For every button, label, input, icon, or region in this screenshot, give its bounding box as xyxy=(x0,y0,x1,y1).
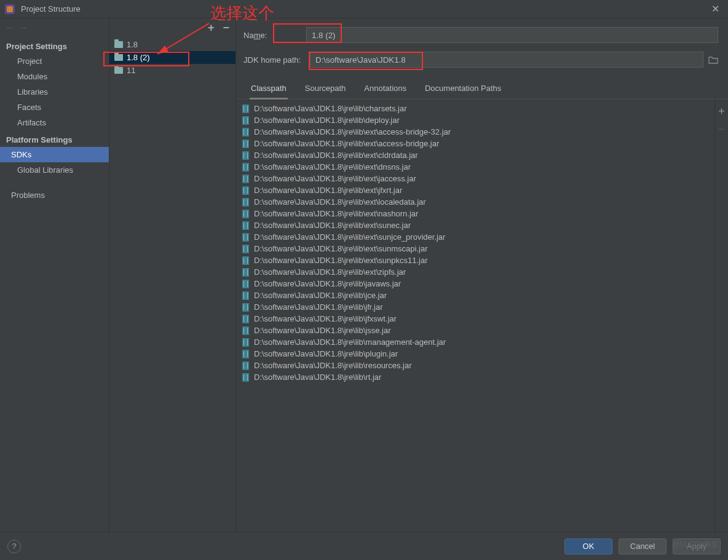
classpath-entry-path: D:\software\Java\JDK1.8\jre\lib\jce.jar xyxy=(254,291,387,300)
app-icon xyxy=(5,4,15,14)
classpath-entry[interactable]: D:\software\Java\JDK1.8\jre\lib\jfr.jar xyxy=(236,301,714,313)
classpath-entry-path: D:\software\Java\JDK1.8\jre\lib\rt.jar xyxy=(254,373,381,382)
classpath-entry[interactable]: D:\software\Java\JDK1.8\jre\lib\ext\jacc… xyxy=(236,173,714,184)
classpath-entry-path: D:\software\Java\JDK1.8\jre\lib\ext\sune… xyxy=(254,221,411,230)
classpath-entry[interactable]: D:\software\Java\JDK1.8\jre\lib\ext\sunm… xyxy=(236,243,714,254)
browse-folder-icon[interactable] xyxy=(706,52,721,67)
archive-icon xyxy=(242,198,249,207)
classpath-entry[interactable]: D:\software\Java\JDK1.8\jre\lib\resource… xyxy=(236,360,714,371)
sdk-item[interactable]: 1.8 xyxy=(109,38,235,51)
nav-back-icon[interactable]: ← xyxy=(5,22,15,33)
help-icon[interactable]: ? xyxy=(7,540,21,553)
archive-icon xyxy=(242,338,249,347)
archive-icon xyxy=(242,315,249,323)
nav-sdks[interactable]: SDKs xyxy=(0,147,109,162)
classpath-entry-path: D:\software\Java\JDK1.8\jre\lib\charsets… xyxy=(254,104,407,113)
sdk-list-panel: + − 1.81.8 (2)11 xyxy=(109,18,236,532)
jdk-path-label: JDK home path: xyxy=(243,55,310,65)
classpath-entry[interactable]: D:\software\Java\JDK1.8\jre\lib\ext\dnsn… xyxy=(236,161,714,173)
remove-sdk-icon[interactable]: − xyxy=(223,22,229,33)
project-settings-header: Project Settings xyxy=(0,37,109,53)
classpath-entry[interactable]: D:\software\Java\JDK1.8\jre\lib\rt.jar xyxy=(236,371,714,383)
nav-modules[interactable]: Modules xyxy=(0,69,109,84)
classpath-entry-path: D:\software\Java\JDK1.8\jre\lib\ext\cldr… xyxy=(254,151,418,160)
classpath-entry[interactable]: D:\software\Java\JDK1.8\jre\lib\javaws.j… xyxy=(236,278,714,290)
classpath-entry-path: D:\software\Java\JDK1.8\jre\lib\ext\sunm… xyxy=(254,244,428,253)
ok-button[interactable]: OK xyxy=(564,538,612,554)
sdk-tabs: Classpath Sourcepath Annotations Documen… xyxy=(236,80,728,100)
classpath-entry[interactable]: D:\software\Java\JDK1.8\jre\lib\ext\acce… xyxy=(236,138,714,149)
classpath-entry[interactable]: D:\software\Java\JDK1.8\jre\lib\manageme… xyxy=(236,336,714,348)
classpath-entry-path: D:\software\Java\JDK1.8\jre\lib\ext\dnsn… xyxy=(254,162,411,172)
classpath-entry[interactable]: D:\software\Java\JDK1.8\jre\lib\ext\cldr… xyxy=(236,149,714,161)
sdk-name-input[interactable] xyxy=(306,27,718,43)
apply-button[interactable]: Apply xyxy=(673,538,721,554)
tab-annotations[interactable]: Annotations xyxy=(363,80,408,99)
classpath-entry[interactable]: D:\software\Java\JDK1.8\jre\lib\ext\sune… xyxy=(236,219,714,231)
classpath-entry-path: D:\software\Java\JDK1.8\jre\lib\deploy.j… xyxy=(254,116,400,125)
tab-classpath[interactable]: Classpath xyxy=(250,80,288,100)
sdk-item-label: 11 xyxy=(127,66,135,75)
sdk-item[interactable]: 1.8 (2) xyxy=(109,51,235,64)
archive-icon xyxy=(242,151,249,160)
tab-documentation-paths[interactable]: Documentation Paths xyxy=(424,80,502,99)
titlebar: Project Structure ✕ xyxy=(0,0,728,18)
sdk-item-label: 1.8 xyxy=(127,40,138,49)
nav-libraries[interactable]: Libraries xyxy=(0,84,109,100)
archive-icon xyxy=(242,128,249,136)
classpath-entry[interactable]: D:\software\Java\JDK1.8\jre\lib\jce.jar xyxy=(236,290,714,301)
classpath-entry-path: D:\software\Java\JDK1.8\jre\lib\ext\zipf… xyxy=(254,267,406,277)
classpath-list[interactable]: D:\software\Java\JDK1.8\jre\lib\charsets… xyxy=(236,100,714,532)
nav-problems[interactable]: Problems xyxy=(0,187,109,203)
nav-facets[interactable]: Facets xyxy=(0,100,109,115)
nav-project[interactable]: Project xyxy=(0,53,109,69)
add-sdk-icon[interactable]: + xyxy=(208,22,215,33)
classpath-entry[interactable]: D:\software\Java\JDK1.8\jre\lib\ext\loca… xyxy=(236,196,714,208)
archive-icon xyxy=(242,210,249,218)
classpath-entry[interactable]: D:\software\Java\JDK1.8\jre\lib\ext\jfxr… xyxy=(236,184,714,196)
folder-icon xyxy=(114,67,123,74)
nav-artifacts[interactable]: Artifacts xyxy=(0,115,109,130)
classpath-entry[interactable]: D:\software\Java\JDK1.8\jre\lib\ext\sunp… xyxy=(236,254,714,266)
classpath-entry[interactable]: D:\software\Java\JDK1.8\jre\lib\ext\sunj… xyxy=(236,231,714,243)
classpath-entry-path: D:\software\Java\JDK1.8\jre\lib\ext\loca… xyxy=(254,197,426,207)
archive-icon xyxy=(242,140,249,148)
classpath-entry[interactable]: D:\software\Java\JDK1.8\jre\lib\ext\acce… xyxy=(236,126,714,138)
classpath-add-icon[interactable]: + xyxy=(718,105,725,118)
left-panel: ← → Project Settings Project Modules Lib… xyxy=(0,18,109,532)
close-icon[interactable]: ✕ xyxy=(708,3,723,15)
classpath-entry[interactable]: D:\software\Java\JDK1.8\jre\lib\charsets… xyxy=(236,103,714,114)
sdk-item[interactable]: 11 xyxy=(109,64,235,77)
nav-forward-icon[interactable]: → xyxy=(18,22,28,33)
classpath-entry[interactable]: D:\software\Java\JDK1.8\jre\lib\jfxswt.j… xyxy=(236,313,714,325)
archive-icon xyxy=(242,373,249,382)
archive-icon xyxy=(242,268,249,277)
platform-settings-header: Platform Settings xyxy=(0,130,109,147)
classpath-remove-icon[interactable]: − xyxy=(718,123,725,136)
classpath-entry[interactable]: D:\software\Java\JDK1.8\jre\lib\plugin.j… xyxy=(236,348,714,360)
archive-icon xyxy=(242,221,249,230)
classpath-entry-path: D:\software\Java\JDK1.8\jre\lib\ext\acce… xyxy=(254,127,451,136)
archive-icon xyxy=(242,303,249,312)
classpath-entry-path: D:\software\Java\JDK1.8\jre\lib\jfr.jar xyxy=(254,302,383,312)
classpath-entry[interactable]: D:\software\Java\JDK1.8\jre\lib\ext\nash… xyxy=(236,208,714,219)
archive-icon xyxy=(242,326,249,335)
archive-icon xyxy=(242,245,249,253)
classpath-entry[interactable]: D:\software\Java\JDK1.8\jre\lib\jsse.jar xyxy=(236,325,714,336)
classpath-entry-path: D:\software\Java\JDK1.8\jre\lib\ext\sunj… xyxy=(254,232,445,242)
classpath-entry-path: D:\software\Java\JDK1.8\jre\lib\plugin.j… xyxy=(254,349,398,358)
cancel-button[interactable]: Cancel xyxy=(619,538,667,554)
archive-icon xyxy=(242,163,249,172)
classpath-entry-path: D:\software\Java\JDK1.8\jre\lib\manageme… xyxy=(254,337,446,347)
jdk-path-input[interactable] xyxy=(310,52,703,68)
tab-sourcepath[interactable]: Sourcepath xyxy=(304,80,347,99)
archive-icon xyxy=(242,350,249,358)
archive-icon xyxy=(242,291,249,300)
archive-icon xyxy=(242,280,249,288)
folder-icon xyxy=(114,41,123,48)
classpath-entry[interactable]: D:\software\Java\JDK1.8\jre\lib\ext\zipf… xyxy=(236,266,714,278)
nav-global-libraries[interactable]: Global Libraries xyxy=(0,162,109,178)
classpath-entry[interactable]: D:\software\Java\JDK1.8\jre\lib\deploy.j… xyxy=(236,114,714,126)
sdk-item-label: 1.8 (2) xyxy=(127,53,150,62)
archive-icon xyxy=(242,116,249,125)
